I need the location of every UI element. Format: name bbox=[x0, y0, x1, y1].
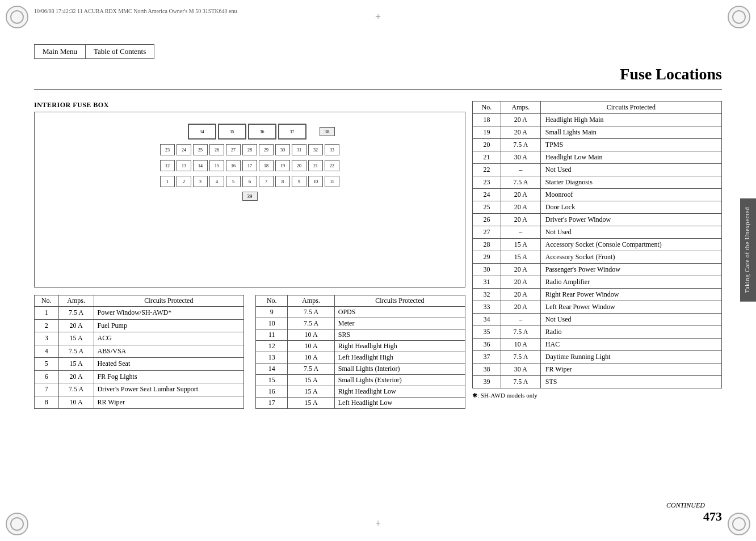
table-cell: STS bbox=[540, 376, 721, 388]
table-cell: TPMS bbox=[540, 139, 721, 151]
table-cell: Right Headlight Low bbox=[334, 386, 465, 398]
fuse-cell-6: 6 bbox=[242, 176, 257, 187]
col-header-circuits-right: Circuits Protected bbox=[540, 102, 721, 114]
table-cell: 15 A bbox=[288, 375, 334, 386]
table-cell: Right Headlight High bbox=[334, 341, 465, 352]
table-cell: 1 bbox=[35, 307, 59, 320]
table-cell: 20 A bbox=[58, 319, 94, 332]
table-row: 220 AFuel Pump bbox=[35, 319, 244, 332]
table-row: 1615 ARight Headlight Low bbox=[256, 386, 465, 398]
table-cell: 5 bbox=[35, 358, 59, 371]
table-cell: 6 bbox=[35, 370, 59, 383]
table-cell: 7.5 A bbox=[58, 307, 94, 320]
fuse-cell-21: 21 bbox=[308, 160, 323, 171]
table-cell: 36 bbox=[473, 339, 501, 351]
table-cell: 7.5 A bbox=[501, 351, 540, 364]
table-cell: 35 bbox=[473, 326, 501, 339]
fuse-table-right: No. Amps. Circuits Protected 1820 AHeadl… bbox=[472, 101, 722, 388]
table-cell: 15 A bbox=[58, 332, 94, 345]
label-38: 38 bbox=[320, 127, 335, 136]
main-menu-button[interactable]: Main Menu bbox=[34, 44, 85, 59]
table-cell: 15 A bbox=[501, 251, 540, 264]
table-cell: 20 A bbox=[501, 289, 540, 301]
fuse-cell-10: 10 bbox=[308, 176, 323, 187]
table-cell: 15 bbox=[256, 375, 288, 386]
table-cell: Left Rear Power Window bbox=[540, 301, 721, 314]
table-cell: 30 bbox=[473, 264, 501, 276]
table-cell: Door Lock bbox=[540, 201, 721, 214]
table-cell: Accessory Socket (Console Compartment) bbox=[540, 239, 721, 251]
table-cell: 20 A bbox=[58, 370, 94, 383]
table-cell: 34 bbox=[473, 314, 501, 326]
table-cell: 20 A bbox=[501, 189, 540, 201]
table-cell: Small Lights Main bbox=[540, 126, 721, 139]
table-row: 3320 ALeft Rear Power Window bbox=[473, 301, 722, 314]
fuse-cell-7: 7 bbox=[259, 176, 274, 187]
table-cell: 32 bbox=[473, 289, 501, 301]
col-header-no-mid: No. bbox=[256, 295, 288, 307]
col-header-no-left: No. bbox=[35, 295, 59, 307]
tables-area: No. Amps. Circuits Protected 17.5 APower… bbox=[34, 295, 465, 409]
corner-decoration-tl bbox=[6, 6, 28, 28]
fuse-cell-15: 15 bbox=[209, 160, 224, 171]
table-row: 2915 AAccessory Socket (Front) bbox=[473, 251, 722, 264]
table-cell: 9 bbox=[256, 307, 288, 318]
table-cell: 37 bbox=[473, 351, 501, 364]
table-cell: – bbox=[501, 164, 540, 176]
table-cell: Daytime Running Light bbox=[540, 351, 721, 364]
table-cell: 7.5 A bbox=[501, 176, 540, 189]
fuse-cell-4: 4 bbox=[209, 176, 224, 187]
table-row: 397.5 ASTS bbox=[473, 376, 722, 388]
fuse-cell-22: 22 bbox=[325, 160, 339, 171]
page-number: 473 bbox=[703, 509, 722, 524]
top-meta-text: 10/06/08 17:42:32 11 ACURA RDX MMC North… bbox=[34, 8, 237, 14]
table-cell: 15 A bbox=[58, 358, 94, 371]
table-cell: 17 bbox=[256, 398, 288, 409]
table-row: 2620 ADriver's Power Window bbox=[473, 214, 722, 226]
table-cell: 28 bbox=[473, 239, 501, 251]
fuse-cell-12: 12 bbox=[160, 160, 175, 171]
table-cell: 18 bbox=[473, 114, 501, 126]
col-header-circuits-left: Circuits Protected bbox=[94, 295, 243, 307]
label-39: 39 bbox=[242, 192, 258, 201]
table-cell: 19 bbox=[473, 126, 501, 139]
fuse-table-middle: No. Amps. Circuits Protected 97.5 AOPDS1… bbox=[255, 295, 465, 409]
table-cell: 12 bbox=[256, 341, 288, 352]
table-row: 620 AFR Fog Lights bbox=[35, 370, 244, 383]
table-cell: 10 A bbox=[288, 352, 334, 364]
table-cell: 10 bbox=[256, 318, 288, 329]
table-row: 377.5 ADaytime Running Light bbox=[473, 351, 722, 364]
table-cell: 15 A bbox=[288, 398, 334, 409]
fuse-cell-9: 9 bbox=[292, 176, 306, 187]
fuse-cell-26: 26 bbox=[209, 144, 224, 155]
table-row: 47.5 AABS/VSA bbox=[35, 345, 244, 358]
table-cell: 30 A bbox=[501, 364, 540, 376]
table-cell: 20 A bbox=[501, 264, 540, 276]
table-of-contents-button[interactable]: Table of Contents bbox=[85, 44, 154, 59]
fuse-cell-29: 29 bbox=[259, 144, 274, 155]
table-cell: 26 bbox=[473, 214, 501, 226]
table-cell: Accessory Socket (Front) bbox=[540, 251, 721, 264]
table-cell: 11 bbox=[256, 329, 288, 341]
table-cell: Driver's Power Window bbox=[540, 214, 721, 226]
fuse-row-2: 23 24 25 26 27 28 29 30 31 32 33 bbox=[160, 144, 339, 155]
fuse-cell-33: 33 bbox=[325, 144, 339, 155]
table-cell: 30 A bbox=[501, 151, 540, 164]
table-cell: – bbox=[501, 314, 540, 326]
table-cell: Left Headlight High bbox=[334, 352, 465, 364]
table-row: 357.5 ARadio bbox=[473, 326, 722, 339]
fuse-cell-2: 2 bbox=[177, 176, 191, 187]
fuse-cell-27: 27 bbox=[226, 144, 241, 155]
table-cell: 7.5 A bbox=[288, 364, 334, 375]
top-crosshair: + bbox=[375, 11, 381, 23]
col-header-amps-mid: Amps. bbox=[288, 295, 334, 307]
table-cell: 7 bbox=[35, 383, 59, 396]
table-cell: Radio bbox=[540, 326, 721, 339]
col-header-circuits-mid: Circuits Protected bbox=[334, 295, 465, 307]
horizontal-rule bbox=[34, 89, 722, 90]
table-row: 1515 ASmall Lights (Exterior) bbox=[256, 375, 465, 386]
table-cell: Driver's Power Seat Lumbar Support bbox=[94, 383, 243, 396]
bottom-crosshair: + bbox=[375, 518, 381, 530]
fuse-row-4: 1 2 3 4 5 6 7 8 9 10 11 bbox=[160, 176, 339, 187]
table-row: 1920 ASmall Lights Main bbox=[473, 126, 722, 139]
